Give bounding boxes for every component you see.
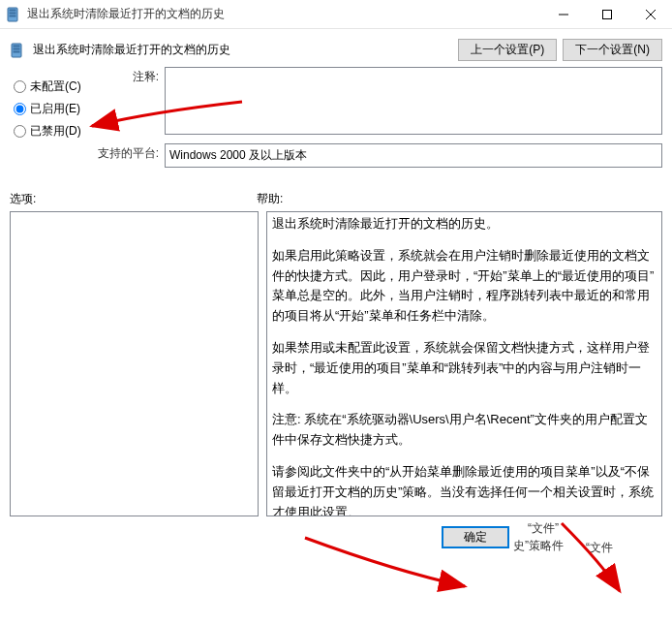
stray-text: 史”策略件 <box>513 538 564 554</box>
window-title: 退出系统时清除最近打开的文档的历史 <box>27 6 541 22</box>
comment-label: 注释: <box>126 67 165 85</box>
policy-icon <box>6 7 21 22</box>
stray-text: “文件 <box>586 540 613 556</box>
comment-textarea[interactable] <box>165 67 662 135</box>
policy-icon <box>10 43 25 58</box>
svg-rect-7 <box>14 48 19 49</box>
prev-setting-button[interactable]: 上一个设置(P) <box>458 39 557 61</box>
svg-rect-4 <box>602 10 611 18</box>
ok-button[interactable]: 确定 <box>442 526 509 548</box>
help-text: 请参阅此文件夹中的“从开始菜单删除最近使用的项目菜单”以及“不保留最近打开文档的… <box>272 462 657 516</box>
state-radio-group: 未配置(C) 已启用(E) 已禁用(D) <box>0 67 116 149</box>
svg-rect-2 <box>10 13 15 14</box>
help-panel[interactable]: 退出系统时清除最近打开的文档的历史。 如果启用此策略设置，系统就会在用户注销时删… <box>266 211 662 516</box>
minimize-button[interactable] <box>541 0 585 28</box>
maximize-button[interactable] <box>585 0 628 28</box>
titlebar: 退出系统时清除最近打开的文档的历史 <box>0 0 672 29</box>
radio-disabled[interactable] <box>14 125 26 138</box>
help-text: 退出系统时清除最近打开的文档的历史。 <box>272 214 657 234</box>
help-text: 如果禁用或未配置此设置，系统就会保留文档快捷方式，这样用户登录时，“最近使用的项… <box>272 338 657 398</box>
svg-rect-1 <box>10 10 15 11</box>
header-title: 退出系统时清除最近打开的文档的历史 <box>33 42 452 58</box>
platform-label: 支持的平台: <box>97 143 165 162</box>
header-row: 退出系统时清除最近打开的文档的历史 上一个设置(P) 下一个设置(N) <box>0 29 672 67</box>
radio-enabled[interactable] <box>14 103 26 115</box>
svg-rect-6 <box>14 46 19 47</box>
radio-enabled-label[interactable]: 已启用(E) <box>30 101 80 117</box>
platform-value: Windows 2000 及以上版本 <box>165 143 662 168</box>
help-text: 如果启用此策略设置，系统就会在用户注销时删除最近使用的文档文件的快捷方式。因此，… <box>272 246 657 327</box>
stray-text: “文件” <box>528 520 559 537</box>
help-text: 注意: 系统在“系统驱动器\Users\用户名\Recent”文件夹的用户配置文… <box>272 410 657 451</box>
radio-disabled-label[interactable]: 已禁用(D) <box>30 123 81 140</box>
footer: 确定 “文件” 史”策略件 “文件 <box>0 516 672 536</box>
close-button[interactable] <box>628 0 672 28</box>
help-label: 帮助: <box>257 191 662 207</box>
radio-not-configured-label[interactable]: 未配置(C) <box>30 78 81 95</box>
options-panel[interactable] <box>10 211 259 516</box>
radio-not-configured[interactable] <box>14 80 26 93</box>
next-setting-button[interactable]: 下一个设置(N) <box>563 39 662 61</box>
svg-rect-3 <box>10 16 15 16</box>
svg-rect-8 <box>14 51 19 52</box>
options-label: 选项: <box>10 191 257 207</box>
